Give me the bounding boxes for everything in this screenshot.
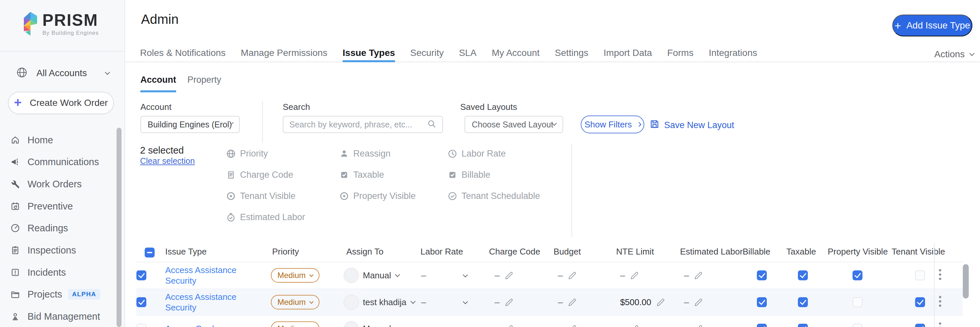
bulk-action-charge-code[interactable]: Charge Code [226,169,293,180]
bulk-action-labor-rate[interactable]: Labor Rate [448,148,506,159]
edit-pencil-icon[interactable] [656,298,665,307]
issue-type-link[interactable]: Access AssistanceSecurity [165,289,236,316]
table-scrollbar[interactable] [963,264,969,298]
assign-to-dropdown[interactable]: Manual [363,316,399,327]
add-issue-type-button[interactable]: + Add Issue Type [892,14,972,37]
account-select[interactable]: Building Engines (Erol) [140,116,240,133]
taxable-checkbox[interactable] [798,270,808,280]
column-nte-limit: NTE Limit [616,246,654,257]
sidebar-item-readings[interactable]: Readings [10,221,68,235]
bulk-action-tenant-visible[interactable]: Tenant Visible [226,190,296,202]
sidebar-item-home[interactable]: Home [10,133,53,147]
edit-pencil-icon[interactable] [504,298,514,307]
edit-pencil-icon[interactable] [568,271,577,280]
account-switcher[interactable]: All Accounts [17,66,109,80]
bulk-action-estimated-labor[interactable]: Estimated Labor [226,211,305,223]
taxable-checkbox[interactable] [798,297,808,307]
labor-rate-dropdown-icon[interactable] [463,326,468,327]
edit-pencil-icon[interactable] [568,324,577,327]
saved-layout-select[interactable]: Choose Saved Layout [465,116,563,133]
sidebar-scrollbar[interactable] [116,128,121,327]
edit-pencil-icon[interactable] [568,298,577,307]
assign-to-dropdown[interactable]: Manual [363,262,399,289]
subtab-property[interactable]: Property [188,75,221,91]
tab-forms[interactable]: Forms [667,48,693,62]
tab-sla[interactable]: SLA [459,48,476,62]
tab-manage-permissions[interactable]: Manage Permissions [241,48,327,62]
create-work-order-button[interactable]: + Create Work Order [8,92,114,114]
bulk-action-billable[interactable]: Billable [448,169,490,180]
sidebar-item-communications[interactable]: Communications [10,154,99,169]
gauge-icon [10,223,20,233]
taxable-checkbox[interactable] [798,324,808,327]
issue-type-link[interactable]: Access AssistanceSecurity [165,262,236,289]
avatar [344,268,359,283]
labor-rate-dropdown-icon[interactable] [463,299,468,305]
priority-dropdown[interactable]: Medium [271,295,320,310]
tab-security[interactable]: Security [410,48,444,62]
tenant-visible-checkbox[interactable] [915,297,925,307]
clear-selection-link[interactable]: Clear selection [140,156,195,166]
sidebar-item-bid-management[interactable]: Bid Management [10,309,100,324]
tab-settings[interactable]: Settings [555,48,588,62]
plus-icon: + [894,19,901,32]
sidebar-item-preventive[interactable]: Preventive [10,199,73,213]
row-menu-kebab-icon[interactable] [938,322,943,327]
column-estimated-labor: Estimated Labor [680,246,743,257]
issue-type-link[interactable]: Access Card [165,316,214,327]
tenant-visible-checkbox[interactable] [915,324,925,327]
edit-pencil-icon[interactable] [504,271,514,280]
tab-my-account[interactable]: My Account [492,48,540,62]
sidebar-item-incidents[interactable]: Incidents [10,265,66,280]
edit-pencil-icon[interactable] [694,324,703,327]
clock-icon [448,149,457,159]
tenant-visible-checkbox[interactable] [915,270,925,280]
edit-pencil-icon[interactable] [630,324,639,327]
search-input[interactable] [290,120,427,129]
row-checkbox[interactable] [137,270,146,280]
bulk-action-priority[interactable]: Priority [226,148,268,159]
sidebar-item-work-orders[interactable]: Work Orders [10,177,82,191]
priority-dropdown[interactable]: Medium [271,321,320,327]
billable-checkbox[interactable] [757,297,767,307]
labor-rate-dropdown-icon[interactable] [463,272,468,278]
avatar [344,295,359,310]
bulk-action-property-visible[interactable]: Property Visible [339,190,416,202]
edit-pencil-icon[interactable] [504,324,514,327]
tab-roles-notifications[interactable]: Roles & Notifications [140,48,226,62]
row-menu-kebab-icon[interactable] [938,269,943,280]
edit-pencil-icon[interactable] [694,298,703,307]
property-visible-checkbox[interactable] [853,270,862,280]
select-all-checkbox[interactable] [145,248,154,257]
save-new-layout-button[interactable]: Save New Layout [649,119,734,132]
table-row: Access Card Medium Manual – – – – – [137,315,963,327]
estimated-labor-value: – [684,297,689,308]
property-visible-checkbox[interactable] [853,297,862,307]
globe-icon [226,149,236,159]
bulk-action-tenant-schedulable[interactable]: Tenant Schedulable [448,190,540,202]
prism-logo[interactable]: PRISM By Building Engines [22,11,99,38]
edit-pencil-icon[interactable] [630,271,639,280]
nte-limit-value: – [620,270,625,281]
subtab-account[interactable]: Account [140,75,176,91]
actions-menu[interactable]: Actions [934,49,974,60]
priority-dropdown[interactable]: Medium [271,268,320,283]
scope-subtabs: Account Property [140,75,221,91]
bulk-action-taxable[interactable]: Taxable [339,169,384,180]
row-checkbox[interactable] [137,297,146,307]
tab-issue-types[interactable]: Issue Types [343,48,395,62]
tab-import-data[interactable]: Import Data [604,48,652,62]
property-visible-checkbox[interactable] [853,324,862,327]
edit-pencil-icon[interactable] [694,271,703,280]
chevron-right-icon [636,122,641,127]
billable-checkbox[interactable] [757,270,767,280]
assign-to-dropdown[interactable]: test khadija [363,289,415,316]
tab-integrations[interactable]: Integrations [709,48,757,62]
bulk-action-reassign[interactable]: Reassign [339,148,391,159]
sidebar-item-inspections[interactable]: Inspections [10,243,76,257]
billable-checkbox[interactable] [757,324,767,327]
show-filters-button[interactable]: Show Filters [581,116,644,133]
row-checkbox[interactable] [137,324,146,327]
row-menu-kebab-icon[interactable] [938,296,943,307]
sidebar-item-projects[interactable]: Projects ALPHA [10,287,100,302]
